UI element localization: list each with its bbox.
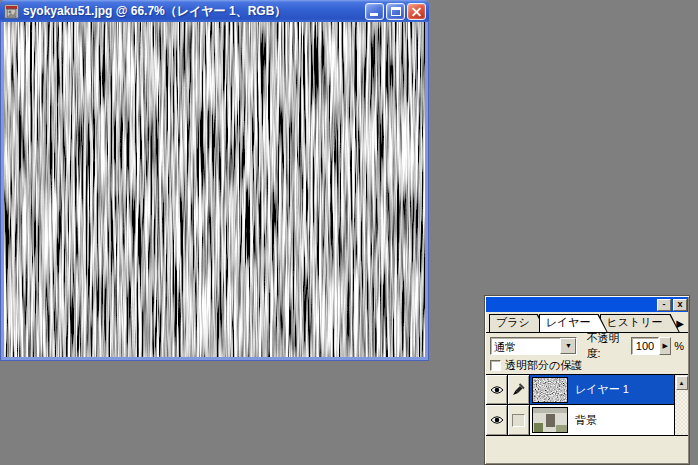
maximize-icon	[391, 7, 401, 16]
image-canvas[interactable]	[4, 22, 425, 357]
visibility-toggle[interactable]	[486, 405, 508, 435]
layer-list-scrollbar[interactable]: ▲	[674, 375, 688, 435]
image-file-icon	[4, 4, 19, 19]
visibility-toggle[interactable]	[486, 375, 508, 404]
document-title: syokyaku51.jpg @ 66.7%（レイヤー 1、RGB）	[23, 3, 363, 20]
paint-indicator[interactable]	[508, 375, 530, 404]
close-button[interactable]	[407, 3, 426, 20]
document-window: syokyaku51.jpg @ 66.7%（レイヤー 1、RGB）	[0, 0, 429, 361]
protect-transparency-checkbox[interactable]	[490, 360, 501, 371]
link-well[interactable]	[508, 405, 530, 435]
minimize-icon	[370, 13, 378, 16]
layer-row-background[interactable]: 背景	[486, 405, 674, 435]
dropdown-arrow-icon[interactable]: ▼	[560, 338, 576, 354]
layer-list: レイヤー 1	[486, 374, 688, 436]
noise-texture	[4, 22, 425, 357]
layer-thumbnail[interactable]	[532, 377, 568, 403]
blend-opacity-row: 通常 ▼ 不透明度: 100 ▶ %	[486, 334, 688, 357]
opacity-input[interactable]: 100	[631, 337, 660, 355]
protect-transparency-label: 透明部分の保護	[505, 358, 582, 373]
blend-mode-select[interactable]: 通常 ▼	[490, 337, 577, 355]
blend-mode-value: 通常	[491, 338, 560, 354]
layer-thumbnail[interactable]	[532, 407, 568, 433]
palette-minimize-button[interactable]: -	[657, 299, 671, 311]
palette-titlebar[interactable]: - x	[486, 297, 688, 312]
empty-well	[512, 414, 525, 427]
layers-palette: - x ブラシ レイヤー ヒストリー ▶ 通常 ▼ 不透明度: 100 ▶ % …	[484, 295, 690, 465]
layer-name: 背景	[568, 405, 674, 435]
layer-row-layer1[interactable]: レイヤー 1	[486, 375, 674, 405]
document-titlebar[interactable]: syokyaku51.jpg @ 66.7%（レイヤー 1、RGB）	[0, 0, 429, 22]
eye-icon	[490, 415, 504, 425]
palette-close-button[interactable]: x	[673, 299, 687, 311]
opacity-unit: %	[674, 340, 684, 352]
scroll-up-icon[interactable]: ▲	[676, 376, 688, 390]
paintbrush-icon	[512, 383, 525, 396]
maximize-button[interactable]	[386, 3, 405, 20]
tab-layers[interactable]: レイヤー	[539, 314, 608, 332]
tab-history[interactable]: ヒストリー	[600, 314, 680, 332]
opacity-label: 不透明度:	[586, 331, 628, 361]
palette-tab-bar: ブラシ レイヤー ヒストリー ▶	[486, 313, 688, 333]
opacity-slider-arrow-icon[interactable]: ▶	[659, 337, 671, 355]
eye-icon	[490, 385, 504, 395]
minimize-button[interactable]	[365, 3, 384, 20]
layer-name: レイヤー 1	[568, 375, 674, 404]
